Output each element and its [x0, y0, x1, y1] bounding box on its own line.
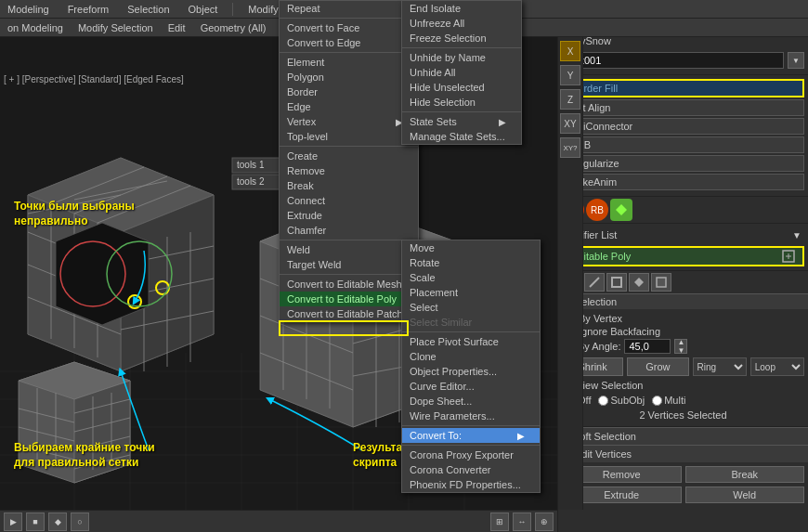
- element-icon: [655, 276, 668, 289]
- ctx-toplevel[interactable]: Top-level: [280, 129, 418, 144]
- plugin-icons-row: RB: [558, 197, 808, 224]
- ring-select[interactable]: Ring: [693, 357, 747, 376]
- tool-btn-3[interactable]: ◆: [48, 513, 67, 531]
- ctx-scale[interactable]: Scale: [402, 270, 540, 285]
- angle-spinner[interactable]: ▲ ▼: [674, 339, 687, 354]
- ctx-unhide-name[interactable]: Unhide by Name: [402, 50, 521, 65]
- spb-btn[interactable]: SPB: [562, 136, 804, 153]
- border-fill-btn[interactable]: Border Fill: [562, 79, 804, 97]
- align-3pt-btn[interactable]: 3Pt Align: [562, 99, 804, 116]
- ctx-weld[interactable]: Weld: [280, 242, 418, 257]
- ctx-rotate[interactable]: Rotate: [402, 255, 540, 270]
- ctx-state-sets[interactable]: State Sets ▶: [402, 114, 521, 129]
- ctx-curve-editor[interactable]: Curve Editor...: [402, 379, 540, 394]
- ctx-manage-state[interactable]: Manage State Sets...: [402, 129, 521, 144]
- menu-edit-2[interactable]: Edit: [164, 22, 189, 33]
- ctx-convert-to[interactable]: Convert To: ▶: [402, 428, 540, 443]
- ctx-conv-poly[interactable]: Convert to Editable Poly: [280, 292, 418, 306]
- tool-btn-5[interactable]: ⊞: [490, 513, 509, 531]
- border-mode-btn[interactable]: [606, 273, 627, 292]
- menu-geometry-2[interactable]: Geometry (All): [197, 22, 270, 33]
- soft-selection-header[interactable]: ▶ Soft Selection: [558, 427, 808, 445]
- uniconnector-btn[interactable]: UniConnector: [562, 118, 804, 135]
- ctx-corona-conv[interactable]: Corona Converter: [402, 462, 540, 477]
- left-toolbar: X Y Z XY XY?: [557, 37, 583, 510]
- radio-subobj-input[interactable]: [598, 396, 608, 406]
- selection-section-header[interactable]: ▼ Selection: [558, 293, 808, 309]
- radio-subobj[interactable]: SubObj: [598, 395, 645, 406]
- edge-mode-btn[interactable]: [584, 273, 605, 292]
- axis-xyz-btn[interactable]: XY?: [560, 137, 580, 158]
- break-btn[interactable]: Break: [685, 466, 805, 483]
- ctx-connect[interactable]: Connect: [280, 193, 418, 208]
- ctx-end-isolate[interactable]: End Isolate: [402, 1, 521, 16]
- ctx-conv-patch[interactable]: Convert to Editable Patch: [280, 306, 418, 321]
- regularize-btn[interactable]: Regularize: [562, 155, 804, 172]
- radio-multi[interactable]: Multi: [652, 395, 685, 406]
- tool-btn-4[interactable]: ○: [71, 513, 89, 531]
- svg-text:tools 2: tools 2: [237, 176, 265, 187]
- ctx-polygon[interactable]: Polygon: [280, 70, 418, 84]
- edit-vertices-header[interactable]: ▼ Edit Vertices: [558, 445, 808, 462]
- ctx-hide-sel[interactable]: Hide Selection: [402, 95, 521, 110]
- menu-modeling[interactable]: Modeling: [4, 4, 53, 15]
- grow-btn[interactable]: Grow: [627, 357, 688, 376]
- menu-freeform[interactable]: Freeform: [64, 4, 113, 15]
- axis-z-btn[interactable]: Z: [560, 89, 580, 110]
- ctx-hide-unsel[interactable]: Hide Unselected: [402, 80, 521, 95]
- ctx-remove[interactable]: Remove: [280, 163, 418, 178]
- ctx-place-pivot[interactable]: Place Pivot Surface: [402, 334, 540, 349]
- element-mode-btn[interactable]: [651, 273, 671, 292]
- ctx-repeat[interactable]: Repeat: [280, 1, 418, 16]
- plugin-icon-rb[interactable]: RB: [586, 199, 608, 221]
- ctx-obj-props[interactable]: Object Properties...: [402, 364, 540, 379]
- ctx-freeze-sel[interactable]: Freeze Selection: [402, 31, 521, 45]
- ctx-convert-edge[interactable]: Convert to Edge: [280, 35, 418, 50]
- object-settings-btn[interactable]: ▼: [788, 52, 804, 69]
- ctx-dope-sheet[interactable]: Dope Sheet...: [402, 394, 540, 409]
- editable-poly-box[interactable]: Editable Poly: [562, 246, 804, 266]
- menu-object[interactable]: Object: [185, 4, 222, 15]
- ctx-wire-params[interactable]: Wire Parameters...: [402, 409, 540, 423]
- tool-btn-7[interactable]: ⊕: [535, 513, 554, 531]
- axis-x-btn[interactable]: X: [560, 41, 580, 61]
- menu-on-modeling[interactable]: on Modeling: [4, 22, 67, 33]
- ctx-break[interactable]: Break: [280, 178, 418, 193]
- ctx-create[interactable]: Create: [280, 149, 418, 163]
- ctx-select[interactable]: Select: [402, 300, 540, 315]
- ctx-conv-mesh[interactable]: Convert to Editable Mesh: [280, 277, 418, 292]
- ctx-target-weld[interactable]: Target Weld: [280, 257, 418, 272]
- menu-selection[interactable]: Selection: [124, 4, 173, 15]
- ctx-unhide-all[interactable]: Unhide All: [402, 65, 521, 80]
- tool-btn-1[interactable]: ▶: [4, 513, 22, 531]
- ctx-chamfer[interactable]: Chamfer: [280, 223, 418, 238]
- modifier-list-arrow[interactable]: ▼: [789, 227, 804, 242]
- weld-btn[interactable]: Weld: [685, 487, 805, 503]
- ctx-extrude[interactable]: Extrude: [280, 208, 418, 223]
- ctx-phoenix-fd[interactable]: Phoenix FD Properties...: [402, 477, 540, 492]
- edit-vertices-label: Edit Vertices: [575, 448, 632, 460]
- poly-mode-btn[interactable]: [629, 273, 649, 292]
- ctx-convert-face[interactable]: Convert to Face: [280, 20, 418, 35]
- bake-anim-btn[interactable]: BakeAnim: [562, 174, 804, 190]
- object-name-input[interactable]: [562, 52, 784, 69]
- loop-select[interactable]: Loop: [750, 357, 804, 376]
- ctx-unfreeze-all[interactable]: Unfreeze All: [402, 16, 521, 31]
- ctx-element[interactable]: Element: [280, 55, 418, 70]
- menu-modify-selection-2[interactable]: Modify Selection: [74, 22, 157, 33]
- axis-xy-btn[interactable]: XY: [560, 113, 580, 134]
- ctx-vertex[interactable]: Vertex ▶: [280, 114, 418, 129]
- ctx-move[interactable]: Move: [402, 240, 540, 255]
- ctx-corona-proxy[interactable]: Corona Proxy Exporter: [402, 448, 540, 462]
- ctx-edge[interactable]: Edge: [280, 99, 418, 114]
- axis-y-btn[interactable]: Y: [560, 65, 580, 85]
- ctx-border[interactable]: Border: [280, 84, 418, 99]
- angle-input[interactable]: [624, 339, 671, 354]
- ctx-clone[interactable]: Clone: [402, 349, 540, 364]
- tool-btn-6[interactable]: ↔: [513, 513, 531, 531]
- ctx-placement[interactable]: Placement: [402, 285, 540, 300]
- radio-multi-input[interactable]: [652, 396, 662, 406]
- plugin-icon-3[interactable]: [610, 199, 632, 221]
- tool-btn-2[interactable]: ■: [26, 513, 45, 531]
- ctx-select-similar[interactable]: Select Similar: [402, 315, 540, 330]
